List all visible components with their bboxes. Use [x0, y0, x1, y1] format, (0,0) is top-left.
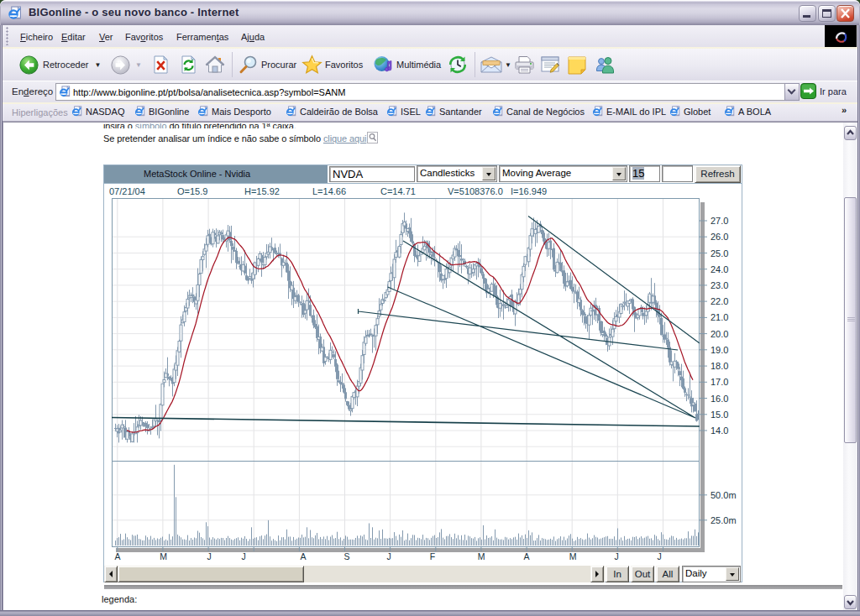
svg-text:V=5108376.0: V=5108376.0	[448, 186, 503, 196]
svg-text:S: S	[343, 551, 349, 561]
svg-text:J: J	[614, 551, 618, 561]
svg-text:21.0: 21.0	[711, 312, 728, 322]
svg-text:J: J	[386, 551, 391, 561]
svg-text:M: M	[160, 551, 167, 561]
svg-text:26.0: 26.0	[711, 232, 728, 242]
svg-text:24.0: 24.0	[711, 264, 728, 274]
svg-text:J: J	[207, 551, 211, 561]
svg-text:16.0: 16.0	[711, 394, 728, 404]
svg-text:25.0: 25.0	[711, 248, 728, 258]
svg-text:J: J	[241, 551, 245, 561]
svg-text:A: A	[114, 551, 120, 561]
svg-text:M: M	[569, 551, 577, 561]
svg-text:A: A	[523, 551, 529, 561]
svg-text:O=15.9: O=15.9	[177, 186, 207, 196]
svg-text:23.0: 23.0	[711, 280, 728, 290]
svg-text:14.0: 14.0	[711, 425, 728, 436]
svg-text:C=14.71: C=14.71	[380, 186, 416, 196]
svg-text:15.0: 15.0	[711, 410, 728, 420]
svg-text:25.0m: 25.0m	[711, 515, 737, 525]
svg-text:M: M	[478, 551, 485, 561]
svg-text:07/21/04: 07/21/04	[109, 186, 145, 196]
svg-text:J: J	[657, 551, 661, 561]
svg-text:L=14.66: L=14.66	[312, 186, 346, 196]
svg-text:A: A	[300, 551, 306, 561]
svg-text:H=15.92: H=15.92	[244, 186, 280, 196]
svg-text:I=16.949: I=16.949	[511, 186, 547, 196]
svg-text:19.0: 19.0	[711, 345, 728, 355]
svg-text:27.0: 27.0	[711, 216, 728, 226]
svg-text:50.0m: 50.0m	[711, 490, 737, 500]
svg-text:20.0: 20.0	[711, 329, 728, 339]
svg-text:22.0: 22.0	[711, 296, 728, 306]
svg-text:18.0: 18.0	[711, 361, 728, 371]
svg-text:17.0: 17.0	[711, 377, 728, 387]
svg-text:F: F	[430, 551, 435, 561]
